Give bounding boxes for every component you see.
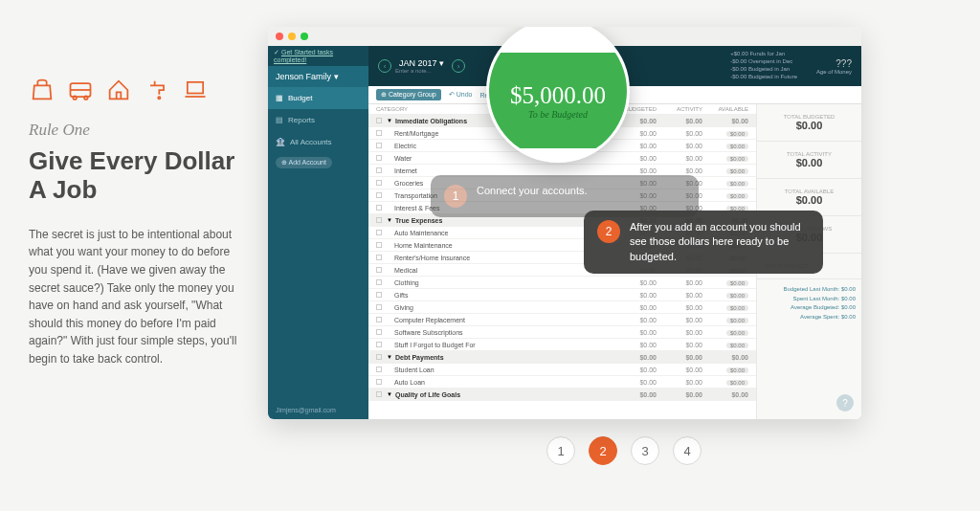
laptop-icon (182, 77, 209, 103)
to-be-budgeted-label: To be Budgeted (528, 109, 588, 120)
step-number-2: 2 (597, 220, 620, 243)
month-label[interactable]: JAN 2017 ▾ (399, 58, 444, 68)
category-group-row[interactable]: ▼Debt Payments$0.00$0.00$0.00 (368, 351, 756, 364)
sidebar-item-budget[interactable]: ▦Budget (268, 87, 368, 109)
app-sidebar: ✓ Get Started tasks completed! Jenson Fa… (268, 46, 368, 419)
accounts-icon: 🏦 (276, 138, 285, 146)
grocery-icon (29, 77, 56, 103)
prev-month-button[interactable]: ‹ (378, 59, 391, 73)
slideshow-pagination: 1234 (268, 436, 980, 465)
budget-name-dropdown[interactable]: Jenson Family ▾ (268, 66, 368, 87)
category-row[interactable]: Gifts$0.00$0.00$0.00 (368, 289, 756, 301)
step-number-1: 1 (444, 185, 467, 208)
category-row[interactable]: Computer Replacement$0.00$0.00$0.00 (368, 314, 756, 326)
svg-point-2 (84, 96, 88, 100)
sidebar-item-accounts[interactable]: 🏦All Accounts (268, 131, 368, 153)
category-row[interactable]: Student Loan$0.00$0.00$0.00 (368, 364, 756, 376)
page-button-2[interactable]: 2 (589, 436, 617, 465)
maximize-dot[interactable] (301, 33, 308, 40)
page-button-4[interactable]: 4 (673, 436, 702, 465)
quick-budget-link[interactable]: Average Budgeted: $0.00 (763, 303, 856, 313)
getting-started-banner[interactable]: ✓ Get Started tasks completed! (268, 46, 368, 66)
quick-budget-link[interactable]: Average Spent: $0.00 (763, 313, 856, 322)
budget-icon: ▦ (276, 94, 283, 102)
category-row[interactable]: Giving$0.00$0.00$0.00 (368, 301, 756, 314)
age-of-money: ??? Age of Money (816, 58, 852, 75)
quick-budget-link[interactable]: Budgeted Last Month: $0.00 (763, 285, 856, 295)
reports-icon: ▤ (276, 116, 283, 124)
month-note-input[interactable]: Enter a note... (395, 68, 448, 74)
app-window: ✓ Get Started tasks completed! Jenson Fa… (268, 27, 861, 419)
user-email[interactable]: Jimjens@gmail.com (268, 401, 368, 419)
undo-button[interactable]: ↶ Undo (449, 91, 473, 99)
help-button[interactable]: ? (836, 394, 854, 411)
rule-title: Give Every Dollar A Job (29, 147, 249, 205)
category-row[interactable]: Stuff I Forgot to Budget For$0.00$0.00$0… (368, 339, 756, 351)
rule-label: Rule One (29, 121, 249, 140)
minimize-dot[interactable] (288, 33, 296, 40)
svg-rect-4 (188, 82, 203, 94)
sidebar-item-reports[interactable]: ▤Reports (268, 109, 368, 131)
svg-point-1 (73, 96, 77, 100)
add-account-button[interactable]: ⊕ Add Account (276, 157, 332, 168)
onboarding-step-2: 2 After you add an account you should se… (584, 211, 823, 274)
house-icon (105, 77, 132, 103)
rule-icons-row (29, 77, 249, 103)
rule-description: The secret is just to be intentional abo… (29, 226, 249, 368)
bus-icon (67, 77, 94, 103)
quick-budget-link[interactable]: Spent Last Month: $0.00 (763, 295, 856, 304)
header-stats: +$0.00 Funds for Jan -$0.00 Overspent in… (730, 51, 797, 80)
page-button-1[interactable]: 1 (546, 436, 575, 465)
category-row[interactable]: Auto Loan$0.00$0.00$0.00 (368, 376, 756, 389)
add-category-group-button[interactable]: ⊕ Category Group (376, 89, 441, 100)
category-row[interactable]: Software Subscriptions$0.00$0.00$0.00 (368, 326, 756, 339)
close-dot[interactable] (276, 33, 283, 40)
to-be-budgeted-amount: $5,000.00 (510, 82, 606, 109)
category-group-row[interactable]: ▼Quality of Life Goals$0.00$0.00$0.00 (368, 389, 756, 401)
category-row[interactable]: Clothing$0.00$0.00$0.00 (368, 277, 756, 289)
next-month-button[interactable]: › (452, 59, 465, 73)
faucet-icon (144, 77, 170, 103)
page-button-3[interactable]: 3 (631, 436, 659, 465)
svg-point-3 (158, 97, 160, 99)
